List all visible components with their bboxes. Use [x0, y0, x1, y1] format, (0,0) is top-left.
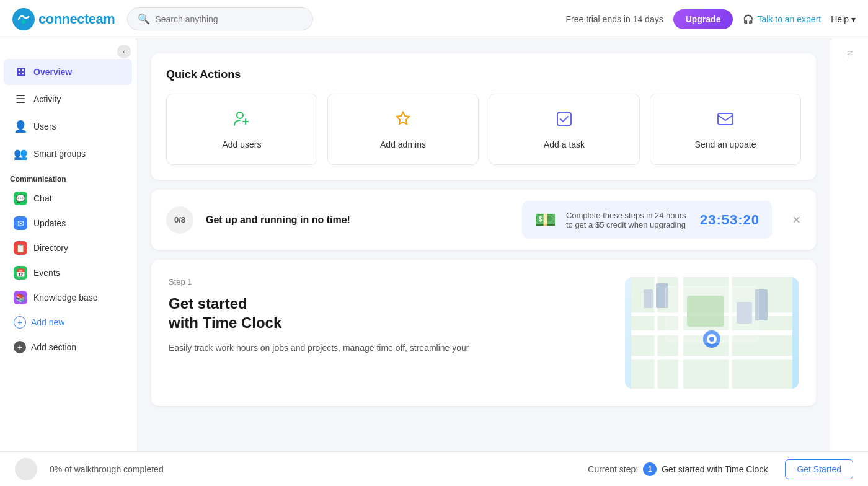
search-input[interactable] [155, 14, 303, 24]
directory-icon: 📋 [14, 241, 27, 255]
sidebar-collapse-area: ‹ [0, 38, 136, 58]
step-title: Get startedwith Time Clock [169, 294, 610, 332]
search-icon: 🔍 [138, 13, 150, 25]
sidebar: ‹ ⊞ Overview ☰ Activity 👤 Users 👥 Smart … [0, 38, 136, 451]
walkthrough-progress-text: 0% of walkthrough completed [50, 464, 164, 474]
activity-icon: ☰ [14, 92, 27, 106]
add-new-label: Add new [31, 317, 64, 327]
send-update-label: Send an update [695, 139, 756, 149]
trial-text: Free trial ends in 14 days [565, 14, 663, 24]
step-card: Step 1 Get startedwith Time Clock Easily… [151, 260, 816, 406]
close-banner-button[interactable]: ✕ [792, 213, 801, 227]
progress-badge: 0/8 [166, 206, 193, 234]
upgrade-button[interactable]: Upgrade [673, 9, 733, 29]
logo: connecteam [12, 8, 115, 30]
sidebar-item-users[interactable]: 👤 Users [4, 113, 132, 139]
svg-point-1 [22, 20, 25, 24]
get-started-button[interactable]: Get Started [785, 459, 853, 479]
money-icon: 💵 [534, 210, 556, 230]
timer-desc: Complete these steps in 24 hours to get … [566, 211, 690, 229]
timer-section: 💵 Complete these steps in 24 hours to ge… [522, 201, 772, 239]
add-users-button[interactable]: Add users [166, 94, 317, 165]
add-section-button[interactable]: + Add section [4, 336, 132, 358]
right-panel-label: N... [846, 51, 853, 61]
svg-point-2 [237, 112, 243, 118]
talk-expert-label: Talk to an expert [757, 14, 821, 24]
sidebar-item-activity[interactable]: ☰ Activity [4, 86, 132, 112]
search-bar[interactable]: 🔍 [127, 7, 313, 30]
events-label: Events [33, 268, 60, 278]
logo-text: connecteam [38, 11, 115, 27]
help-label: Help [831, 14, 849, 24]
svg-rect-15 [644, 289, 653, 308]
svg-rect-22 [665, 286, 758, 342]
current-step-label: Current step: [588, 464, 638, 474]
add-task-button[interactable]: Add a task [489, 94, 640, 165]
users-label: Users [33, 122, 56, 131]
quick-actions-grid: Add users Add admins Add a task [166, 94, 801, 165]
sidebar-item-directory[interactable]: 📋 Directory [4, 236, 132, 260]
step-image [625, 277, 799, 389]
add-new-button[interactable]: + Add new [4, 311, 132, 334]
smart-groups-label: Smart groups [33, 149, 86, 159]
overview-label: Overview [33, 67, 72, 77]
main-layout: ‹ ⊞ Overview ☰ Activity 👤 Users 👥 Smart … [0, 38, 868, 451]
sidebar-item-updates[interactable]: ✉ Updates [4, 211, 132, 235]
sidebar-item-chat[interactable]: 💬 Chat [4, 187, 132, 210]
right-panel-hint: N... [831, 38, 868, 451]
communication-section-label: Communication [0, 167, 136, 186]
send-update-button[interactable]: Send an update [650, 94, 801, 165]
chevron-down-icon: ▾ [851, 14, 856, 24]
logo-icon [12, 8, 35, 30]
add-users-label: Add users [222, 139, 261, 149]
chat-icon: 💬 [14, 192, 27, 205]
sidebar-item-overview[interactable]: ⊞ Overview [4, 59, 132, 85]
timer-countdown: 23:53:20 [700, 212, 760, 228]
sidebar-item-smart-groups[interactable]: 👥 Smart groups [4, 141, 132, 167]
plus-circle-icon: + [14, 316, 26, 329]
svg-rect-6 [718, 113, 733, 125]
overview-icon: ⊞ [14, 65, 27, 79]
help-button[interactable]: Help ▾ [831, 14, 856, 24]
plus-filled-icon: + [14, 341, 26, 353]
step-label: Step 1 [169, 277, 610, 286]
progress-text: Get up and running in no time! [206, 214, 510, 226]
step-number-badge: 1 [643, 462, 657, 476]
add-admins-label: Add admins [380, 139, 426, 149]
step-description: Easily track work hours on jobs and proj… [169, 341, 610, 355]
main-content: Quick Actions Add users Add admins [136, 38, 831, 451]
svg-point-0 [12, 8, 35, 30]
directory-label: Directory [33, 243, 68, 253]
talk-expert-link[interactable]: 🎧 Talk to an expert [743, 14, 821, 24]
quick-actions-card: Quick Actions Add users Add admins [151, 53, 816, 180]
headset-icon: 🎧 [743, 14, 753, 24]
updates-icon: ✉ [14, 216, 27, 230]
add-section-label: Add section [31, 342, 76, 352]
users-icon: 👤 [14, 120, 27, 133]
current-step-section: Current step: 1 Get started with Time Cl… [588, 459, 853, 479]
svg-rect-5 [557, 112, 571, 126]
header-right: Free trial ends in 14 days Upgrade 🎧 Tal… [565, 9, 856, 29]
chat-label: Chat [33, 193, 52, 203]
activity-label: Activity [33, 94, 61, 104]
progress-banner: 0/8 Get up and running in no time! 💵 Com… [151, 190, 816, 250]
sidebar-item-events[interactable]: 📅 Events [4, 261, 132, 285]
add-users-icon [232, 109, 252, 133]
send-update-icon [715, 109, 735, 133]
add-admins-icon [393, 109, 413, 133]
updates-label: Updates [33, 218, 66, 228]
walkthrough-progress-circle [15, 458, 37, 480]
events-icon: 📅 [14, 266, 27, 280]
collapse-button[interactable]: ‹ [117, 45, 131, 58]
quick-actions-title: Quick Actions [166, 68, 801, 81]
map-visualization [625, 277, 799, 389]
knowledge-base-label: Knowledge base [33, 293, 98, 303]
app-header: connecteam 🔍 Free trial ends in 14 days … [0, 0, 868, 38]
add-task-icon [554, 109, 574, 133]
add-admins-button[interactable]: Add admins [327, 94, 479, 165]
sidebar-item-knowledge-base[interactable]: 📚 Knowledge base [4, 286, 132, 309]
svg-point-23 [17, 460, 35, 479]
current-step-name: Get started with Time Clock [662, 464, 768, 474]
bottom-bar: 0% of walkthrough completed Current step… [0, 451, 868, 486]
knowledge-base-icon: 📚 [14, 291, 27, 304]
